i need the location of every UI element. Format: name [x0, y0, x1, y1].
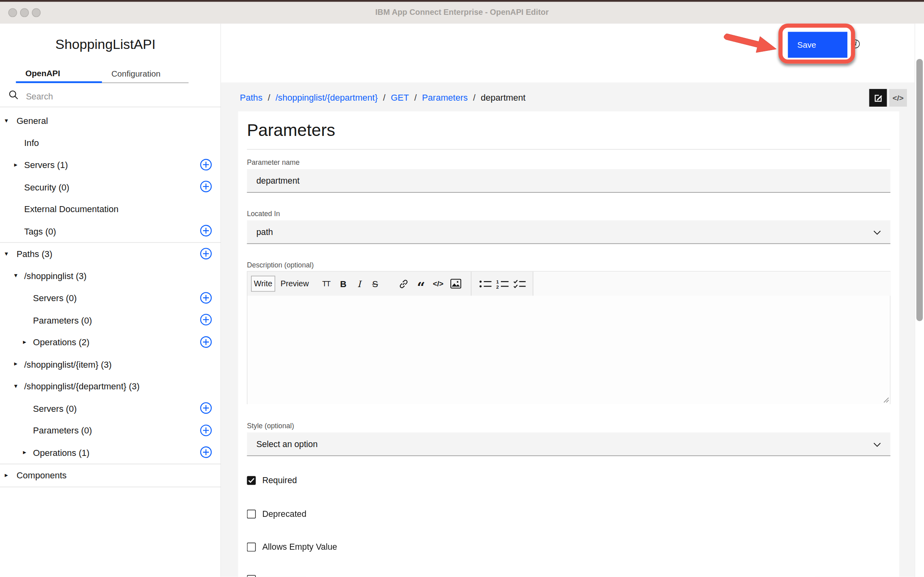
- add-button-servers-1[interactable]: [199, 158, 212, 171]
- style-select[interactable]: Select an option: [247, 433, 891, 456]
- image-icon[interactable]: [448, 276, 464, 292]
- caret-right-icon[interactable]: ▸: [23, 338, 26, 346]
- edit-form-mode-button[interactable]: [869, 89, 887, 107]
- add-button-operations-2[interactable]: [199, 336, 212, 348]
- numbered-list-icon[interactable]: 12: [494, 276, 511, 292]
- add-button-security-0[interactable]: [199, 180, 212, 193]
- tree-item-shoppinglist-department-3[interactable]: ▾/shoppinglist/{department} (3): [0, 375, 221, 397]
- tree-item-security-0[interactable]: Security (0): [0, 176, 221, 198]
- write-tab[interactable]: Write: [251, 276, 275, 292]
- add-icon: [199, 424, 212, 437]
- search-icon: [8, 89, 19, 100]
- tree-item-paths-3[interactable]: ▾Paths (3): [0, 243, 221, 265]
- tree-item-shoppinglist-3[interactable]: ▾/shoppinglist (3): [0, 265, 221, 287]
- page-title: Parameters: [247, 121, 335, 140]
- breadcrumb-link-get[interactable]: GET: [391, 92, 409, 102]
- tree-item-general[interactable]: ▾General: [0, 109, 221, 132]
- breadcrumb-separator: /: [268, 92, 270, 102]
- check-list-icon[interactable]: [511, 276, 527, 292]
- tree-item-operations-1[interactable]: ▸Operations (1): [0, 441, 221, 464]
- add-button-parameters-0[interactable]: [199, 314, 212, 326]
- add-button-servers-0[interactable]: [199, 402, 212, 415]
- add-button-servers-0[interactable]: [199, 292, 212, 304]
- description-textarea[interactable]: [247, 296, 890, 404]
- tab-configuration[interactable]: Configuration: [102, 65, 188, 83]
- quote-icon[interactable]: “: [413, 276, 429, 292]
- caret-right-icon[interactable]: ▸: [23, 449, 26, 456]
- tree-item-servers-1[interactable]: ▸Servers (1): [0, 154, 221, 176]
- add-icon: [199, 336, 212, 348]
- located-in-select[interactable]: path: [247, 221, 891, 244]
- breadcrumb-link-paths[interactable]: Paths: [240, 92, 262, 102]
- tree-item-servers-0[interactable]: Servers (0): [0, 287, 221, 309]
- tree-item-operations-2[interactable]: ▸Operations (2): [0, 331, 221, 353]
- caret-down-icon[interactable]: ▾: [14, 382, 17, 390]
- tree-item-label: Security (0): [24, 182, 69, 192]
- breadcrumb-link-shoppinglist-department[interactable]: /shoppinglist/{department}: [276, 92, 378, 102]
- code-mode-button[interactable]: </>: [889, 89, 907, 107]
- add-icon: [199, 158, 212, 171]
- window-title: IBM App Connect Enterprise - OpenAPI Edi…: [0, 0, 924, 24]
- api-title: ShoppingListAPI: [55, 36, 156, 53]
- checkbox-row-deprecated[interactable]: Deprecated: [247, 509, 306, 519]
- info-icon[interactable]: i: [851, 39, 860, 48]
- tree-item-parameters-0[interactable]: Parameters (0): [0, 309, 221, 331]
- checkbox-unchecked-allows-empty-value[interactable]: [247, 543, 256, 551]
- add-button-operations-1[interactable]: [199, 446, 212, 459]
- parameter-form-card: Parameters Parameter name Located In pat…: [238, 111, 900, 577]
- code-snippet-icon[interactable]: </>: [430, 276, 446, 292]
- resize-handle-icon[interactable]: [883, 397, 889, 403]
- caret-down-icon[interactable]: ▾: [5, 117, 8, 124]
- checkbox-partial[interactable]: [247, 575, 256, 577]
- add-icon: [199, 180, 212, 193]
- breadcrumb-link-parameters[interactable]: Parameters: [422, 92, 468, 102]
- checkbox-row-allows-empty-value[interactable]: Allows Empty Value: [247, 542, 337, 552]
- preview-tab[interactable]: Preview: [279, 276, 310, 292]
- tree-item-tags-0[interactable]: Tags (0): [0, 220, 221, 242]
- checkbox-label: Deprecated: [262, 509, 306, 519]
- checkmark-icon: [248, 478, 255, 483]
- caret-right-icon[interactable]: ▸: [5, 471, 8, 479]
- bold-icon[interactable]: B: [335, 276, 351, 292]
- tab-openapi[interactable]: OpenAPI: [16, 65, 102, 83]
- tree-item-components[interactable]: ▸Components: [0, 464, 221, 486]
- tree-item-label: General: [16, 115, 48, 126]
- tree-item-label: Operations (2): [33, 337, 89, 347]
- toolbar-divider: [471, 271, 471, 296]
- parameter-name-input[interactable]: [247, 169, 891, 193]
- located-in-value: path: [256, 227, 273, 237]
- add-button-tags-0[interactable]: [199, 225, 212, 237]
- checkbox-row-required[interactable]: Required: [247, 476, 297, 485]
- tree-item-parameters-0[interactable]: Parameters (0): [0, 419, 221, 441]
- caret-down-icon[interactable]: ▾: [14, 272, 17, 279]
- tree-item-shoppinglist-item-3[interactable]: ▸/shoppinglist/{item} (3): [0, 353, 221, 375]
- scrollbar-thumb[interactable]: [916, 59, 923, 321]
- tree-item-label: /shoppinglist (3): [24, 271, 87, 281]
- add-icon: [199, 446, 212, 459]
- text-size-icon[interactable]: TT: [318, 276, 334, 292]
- add-button-paths-3[interactable]: [199, 247, 212, 260]
- caret-down-icon[interactable]: ▾: [5, 250, 8, 257]
- italic-icon[interactable]: I: [351, 276, 367, 292]
- search-input[interactable]: [25, 87, 216, 107]
- link-icon[interactable]: [395, 276, 411, 292]
- add-button-parameters-0[interactable]: [199, 424, 212, 437]
- caret-right-icon[interactable]: ▸: [14, 161, 17, 168]
- parameter-name-label: Parameter name: [247, 158, 300, 167]
- save-button[interactable]: Save: [788, 32, 847, 58]
- strikethrough-icon[interactable]: S: [367, 276, 383, 292]
- style-value: Select an option: [256, 439, 318, 449]
- desktop-edge: [0, 0, 924, 2]
- checkbox-label: Required: [262, 476, 297, 485]
- add-icon: [199, 402, 212, 414]
- tree-item-external-documentation[interactable]: External Documentation: [0, 198, 221, 220]
- bulleted-list-icon[interactable]: [477, 276, 493, 292]
- checkbox-unchecked-deprecated[interactable]: [247, 509, 256, 518]
- description-label: Description (optional): [247, 261, 314, 269]
- checkbox-checked-required[interactable]: [247, 476, 256, 485]
- tree-item-servers-0[interactable]: Servers (0): [0, 397, 221, 419]
- tree-item-info[interactable]: Info: [0, 132, 221, 154]
- add-icon: [199, 314, 212, 326]
- caret-right-icon[interactable]: ▸: [14, 360, 17, 368]
- checkbox-label: Allows Empty Value: [262, 542, 337, 552]
